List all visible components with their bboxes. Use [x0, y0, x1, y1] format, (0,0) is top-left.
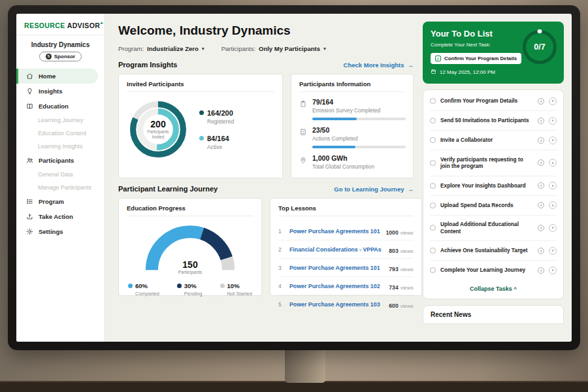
stat-value: 23/50: [312, 126, 358, 134]
task-row[interactable]: Verify participants requesting to join t…: [430, 150, 557, 176]
lesson-link[interactable]: Power Purchase Agreements 102: [289, 283, 383, 289]
stat-value: 1,000 GWh: [312, 154, 374, 162]
sidebar-item-settings[interactable]: Settings: [16, 224, 105, 239]
chevron-right-icon[interactable]: ›: [549, 97, 557, 105]
participants-dropdown[interactable]: Participants: Only My Participants ▾: [221, 45, 326, 52]
sidebar-item-take-action[interactable]: Take Action: [16, 209, 105, 224]
lesson-row[interactable]: 3 Power Purchase Agreements 101 793views: [278, 259, 414, 277]
lesson-row[interactable]: 4 Power Purchase Agreements 102 734views: [278, 277, 414, 295]
task-row[interactable]: Upload Spend Data Records i ›: [430, 196, 557, 216]
radio-icon[interactable]: [430, 183, 436, 189]
task-row[interactable]: Achieve One Sustainability Target i ›: [430, 241, 557, 261]
stat-label: Emission Survey Completed: [312, 107, 380, 114]
sidebar-item-home[interactable]: Home: [16, 69, 98, 84]
chevron-right-icon[interactable]: ›: [549, 182, 557, 189]
check-more-insights-link[interactable]: Check More Insights →: [344, 61, 414, 69]
next-task-label: Confirm Your Program Details: [444, 56, 517, 61]
sidebar-item-learning-insights[interactable]: Learning Insights: [16, 140, 105, 153]
sidebar-item-label: Insights: [39, 88, 62, 95]
page-title: Welcome, Industry Dynamics: [118, 24, 414, 38]
chevron-right-icon[interactable]: ›: [549, 267, 557, 274]
chevron-right-icon[interactable]: ›: [549, 117, 557, 125]
sidebar-item-general-data[interactable]: General Data: [16, 168, 105, 181]
sidebar-item-participants[interactable]: Participants: [16, 153, 105, 168]
participants-label: Participants:: [221, 45, 255, 52]
participants-information-card: Participants Information 79/164 Emission…: [291, 74, 414, 178]
info-icon[interactable]: i: [538, 248, 544, 254]
info-icon[interactable]: i: [538, 182, 544, 189]
chevron-right-icon[interactable]: ›: [549, 137, 557, 144]
info-icon[interactable]: i: [538, 118, 544, 124]
go-to-learning-journey-link[interactable]: Go to Learning Journey →: [334, 186, 414, 193]
chevron-right-icon[interactable]: ›: [549, 201, 557, 209]
sidebar-item-program[interactable]: Program: [16, 194, 105, 209]
card-title: Top Lessons: [278, 204, 414, 216]
radio-icon[interactable]: [430, 160, 436, 166]
radio-icon[interactable]: [430, 98, 436, 104]
lesson-row[interactable]: 1 Power Purchase Agreements 101 1000view…: [278, 222, 414, 240]
radio-icon[interactable]: [430, 137, 436, 143]
lesson-row[interactable]: 2 Financial Considerations - VPPAs 803vi…: [278, 240, 414, 259]
lesson-row[interactable]: 5 Power Purchase Agreements 103 600views: [278, 295, 414, 313]
radio-icon[interactable]: [430, 203, 436, 208]
collapse-tasks-button[interactable]: Collapse Tasks ^: [430, 280, 557, 294]
task-row[interactable]: Send 50 Invitations to Participants i ›: [430, 111, 557, 131]
main-content: Welcome, Industry Dynamics Program: Indu…: [105, 14, 423, 342]
sponsor-badge: S Sponsor: [39, 52, 82, 61]
chevron-right-icon[interactable]: ›: [549, 159, 557, 167]
book-icon: [25, 103, 33, 110]
next-task-pill[interactable]: ✓ Confirm Your Program Details: [431, 53, 521, 64]
sponsor-badge-label: Sponsor: [54, 54, 75, 59]
task-label: Explore Your Insights Dashboard: [440, 182, 533, 189]
info-icon[interactable]: i: [538, 225, 544, 231]
info-icon[interactable]: i: [538, 137, 544, 144]
lesson-link[interactable]: Power Purchase Agreements 101: [289, 228, 380, 235]
chevron-right-icon[interactable]: ›: [549, 247, 557, 255]
lesson-link[interactable]: Power Purchase Agreements 103: [289, 301, 383, 308]
task-row[interactable]: Complete Your Learning Journey i ›: [430, 261, 557, 280]
chevron-right-icon[interactable]: ›: [549, 224, 557, 232]
task-label: Upload Additional Educational Content: [440, 221, 533, 235]
sidebar-item-education[interactable]: Education: [16, 99, 105, 114]
sidebar-item-insights[interactable]: Insights: [16, 84, 105, 99]
filter-bar: Program: Industrialize Zero ▾ Participan…: [118, 45, 414, 52]
pending-dot: [177, 284, 182, 288]
info-icon[interactable]: i: [538, 98, 544, 105]
task-row[interactable]: Upload Additional Educational Content i …: [430, 216, 557, 242]
logo-resource: RESOURCE: [24, 22, 65, 29]
task-row[interactable]: Confirm Your Program Details i ›: [430, 91, 557, 111]
todo-task-list: Confirm Your Program Details i › Send 50…: [423, 90, 564, 299]
actions-progress-bar: [312, 146, 406, 148]
task-label: Verify participants requesting to join t…: [440, 156, 533, 171]
lesson-link[interactable]: Power Purchase Agreements 101: [289, 265, 383, 271]
sidebar-item-education-content[interactable]: Education Content: [16, 127, 105, 140]
sidebar-item-manage-participants[interactable]: Manage Participants: [16, 181, 105, 194]
not-started-dot: [220, 284, 225, 288]
info-icon[interactable]: i: [538, 267, 544, 274]
legend-item-not-started: 10% Not Started: [220, 282, 252, 297]
list-icon: [25, 198, 33, 205]
lesson-link[interactable]: Financial Considerations - VPPAs: [289, 246, 383, 253]
info-icon[interactable]: i: [538, 202, 544, 208]
task-label: Confirm Your Program Details: [440, 97, 533, 105]
logo-advisor: ADVISOR: [67, 22, 101, 29]
lesson-views-label: views: [400, 230, 414, 236]
sidebar-nav: Home Insights Education Learning Journey: [16, 69, 105, 239]
radio-icon[interactable]: [430, 225, 436, 231]
task-row[interactable]: Invite a Collaborator i ›: [430, 131, 557, 150]
sidebar-item-learning-journey[interactable]: Learning Journey: [16, 114, 105, 127]
legend-label: Active: [207, 144, 234, 150]
todo-progress-value: 0/7: [534, 42, 545, 52]
task-label: Send 50 Invitations to Participants: [440, 117, 533, 124]
education-gauge-chart: 150 Participants: [142, 222, 238, 276]
radio-icon[interactable]: [430, 248, 436, 253]
task-row[interactable]: Explore Your Insights Dashboard i ›: [430, 176, 557, 196]
program-dropdown[interactable]: Program: Industrialize Zero ▾: [118, 45, 204, 52]
legend-value: 84/164: [207, 135, 229, 142]
radio-icon[interactable]: [430, 118, 436, 123]
lesson-views: 600: [389, 302, 398, 309]
collapse-label: Collapse Tasks: [470, 286, 512, 292]
todo-summary-card: Your To Do List Complete Your Next Task:…: [423, 22, 564, 84]
radio-icon[interactable]: [430, 267, 436, 273]
info-icon[interactable]: i: [538, 159, 544, 166]
